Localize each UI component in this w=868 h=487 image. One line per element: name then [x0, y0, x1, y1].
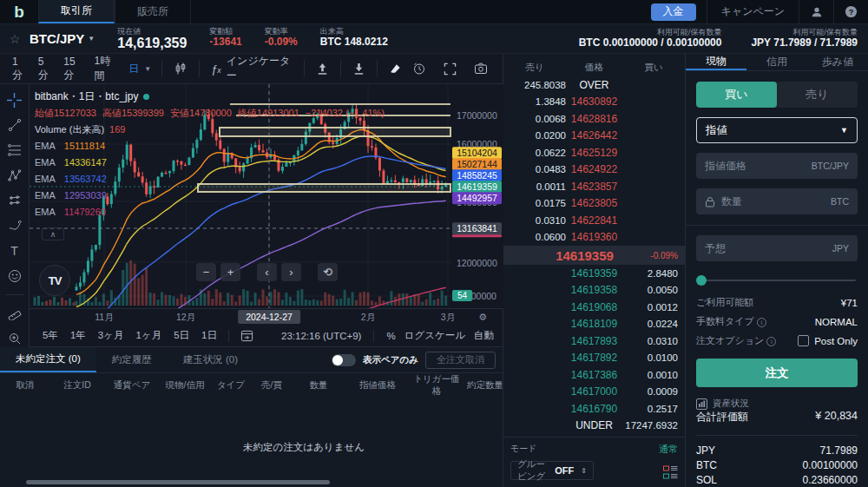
reset-chart-button[interactable]: ⟲: [318, 263, 338, 281]
account-icon[interactable]: [799, 0, 833, 23]
slider-knob[interactable]: [696, 275, 707, 286]
ask-row[interactable]: 0.0200 14626442: [503, 128, 685, 145]
percent-scale-button[interactable]: %: [386, 331, 395, 341]
bid-row[interactable]: 14619358 0.0050: [503, 282, 685, 299]
tradingview-logo[interactable]: TV: [39, 265, 70, 296]
time-axis[interactable]: 11月12月2月3月 2024-12-27 ⚙: [30, 308, 503, 325]
interval-button[interactable]: 1分: [7, 53, 31, 85]
estimate-field[interactable]: JPY: [696, 235, 858, 261]
last-price-row[interactable]: 14619359 -0.09%: [503, 246, 685, 265]
order-type-select[interactable]: 指値 ▼: [696, 117, 858, 143]
interval-button[interactable]: 5分: [33, 53, 57, 85]
download-layout-icon[interactable]: [348, 60, 370, 78]
horizontal-scrollbar[interactable]: [26, 480, 330, 484]
interval-button[interactable]: 15分: [58, 53, 87, 85]
grouping-select[interactable]: グルーピング OFF ⇕: [510, 461, 594, 480]
axis-settings-gear-icon[interactable]: ⚙: [478, 312, 487, 323]
orders-tab[interactable]: 未約定注文 (0): [0, 347, 96, 372]
auto-scale-button[interactable]: 自動: [474, 329, 494, 342]
zoom-in-button[interactable]: +: [220, 263, 240, 281]
eraser-icon[interactable]: [385, 60, 406, 78]
ask-row[interactable]: 0.0310 14622841: [503, 212, 685, 229]
legend-collapse-button[interactable]: ∧: [42, 227, 64, 240]
ask-row[interactable]: 0.0600 14619360: [503, 229, 685, 247]
bid-row[interactable]: 14617386 0.0010: [503, 366, 685, 384]
mode-value[interactable]: 通常: [659, 443, 678, 456]
pair-only-toggle[interactable]: [332, 354, 356, 366]
fee-info-icon[interactable]: i: [757, 318, 766, 327]
assets-status-link[interactable]: 資産状況: [696, 398, 858, 410]
alert-icon[interactable]: [408, 59, 431, 78]
bid-row[interactable]: 14619359 2.8480: [503, 265, 685, 282]
range-button[interactable]: 5年: [38, 327, 62, 344]
interval-dropdown-icon[interactable]: ▼: [144, 65, 151, 73]
clock-label[interactable]: 23:12:16 (UTC+9): [281, 331, 361, 341]
pair-selector[interactable]: BTC/JPY: [30, 31, 84, 46]
bid-row[interactable]: 14618109 0.0224: [503, 316, 685, 333]
bid-row[interactable]: 14617892 0.0100: [503, 350, 685, 367]
interval-button[interactable]: 日: [123, 59, 144, 79]
ask-row[interactable]: 0.0068 14628816: [503, 110, 685, 128]
zoom-in-tool-icon[interactable]: [4, 330, 25, 347]
ask-row[interactable]: 0.0175 14623805: [503, 195, 685, 213]
ask-row[interactable]: 1.3848 14630892: [503, 94, 685, 111]
trendline-tool-icon[interactable]: [4, 116, 25, 134]
buy-side-button[interactable]: 買い: [696, 82, 777, 108]
favorite-star-icon[interactable]: ☆: [0, 32, 30, 46]
post-only-checkbox[interactable]: [798, 335, 809, 346]
bid-row[interactable]: 14616790 0.2517: [503, 400, 685, 418]
candle-style-icon[interactable]: [169, 59, 192, 78]
bitbank-logo[interactable]: b: [0, 0, 38, 23]
sell-side-button[interactable]: 売り: [777, 82, 858, 108]
ask-row[interactable]: 0.0483 14624922: [503, 161, 685, 179]
amount-slider[interactable]: [696, 275, 858, 286]
range-button[interactable]: 3ヶ月: [94, 327, 128, 344]
nav-tab[interactable]: 取引所: [38, 0, 115, 23]
option-info-icon[interactable]: i: [766, 337, 776, 346]
amount-input[interactable]: [721, 195, 825, 207]
fib-tool-icon[interactable]: [4, 141, 25, 159]
scroll-right-button[interactable]: ›: [281, 263, 301, 281]
deposit-button[interactable]: 入金: [651, 3, 696, 21]
ask-row[interactable]: 0.0011 14623857: [503, 178, 685, 195]
ask-row[interactable]: 0.0622 14625129: [503, 144, 685, 161]
ruler-tool-icon[interactable]: [4, 305, 25, 322]
order-panel-tab[interactable]: 信用: [746, 54, 807, 70]
pattern-tool-icon[interactable]: [4, 167, 25, 184]
estimate-input[interactable]: [705, 242, 826, 254]
bid-row[interactable]: 14619068 0.0012: [503, 299, 685, 316]
cancel-all-orders-button[interactable]: 全注文取消: [425, 352, 496, 369]
range-button[interactable]: 1日: [197, 327, 221, 344]
emoji-tool-icon[interactable]: [4, 267, 25, 285]
orders-tab[interactable]: 建玉状況 (0): [168, 347, 253, 372]
limit-price-field[interactable]: BTC/JPY: [696, 153, 858, 179]
campaign-link[interactable]: キャンペーン: [707, 0, 799, 23]
log-scale-button[interactable]: ログスケール: [404, 329, 465, 342]
bid-row[interactable]: 14617000 0.0009: [503, 384, 685, 401]
chart-symbol-title[interactable]: bitbank・1日・btc_jpy: [35, 89, 385, 105]
screenshot-icon[interactable]: [470, 59, 492, 78]
price-axis[interactable]: 1700000016000000140000001200000011000000…: [451, 84, 503, 308]
brush-tool-icon[interactable]: [4, 217, 25, 234]
orderbook-layout-icon[interactable]: [663, 465, 678, 480]
orders-tab[interactable]: 約定履歴: [96, 347, 168, 372]
upload-layout-icon[interactable]: [312, 60, 333, 78]
crosshair-tool-icon[interactable]: [4, 91, 25, 109]
scroll-left-button[interactable]: ‹: [257, 263, 277, 281]
nav-tab[interactable]: 販売所: [115, 0, 191, 23]
interval-button[interactable]: 1時間: [89, 51, 122, 86]
bid-row[interactable]: 14617893 0.0310: [503, 332, 685, 350]
amount-field[interactable]: BTC: [696, 188, 858, 214]
go-to-date-icon[interactable]: [236, 327, 258, 344]
text-tool-icon[interactable]: T: [4, 242, 25, 260]
orderbook-over-row[interactable]: 245.8038 OVER: [503, 76, 685, 94]
limit-price-input[interactable]: [705, 160, 806, 172]
help-icon[interactable]: ?: [833, 0, 868, 23]
zoom-out-button[interactable]: −: [196, 263, 216, 281]
forecast-tool-icon[interactable]: [4, 192, 25, 209]
fullscreen-icon[interactable]: [439, 60, 461, 78]
range-button[interactable]: 5日: [169, 327, 194, 344]
range-button[interactable]: 1年: [66, 327, 90, 344]
order-panel-tab[interactable]: 現物: [686, 54, 746, 70]
indicators-button[interactable]: ƒx インジケーター: [207, 51, 297, 86]
